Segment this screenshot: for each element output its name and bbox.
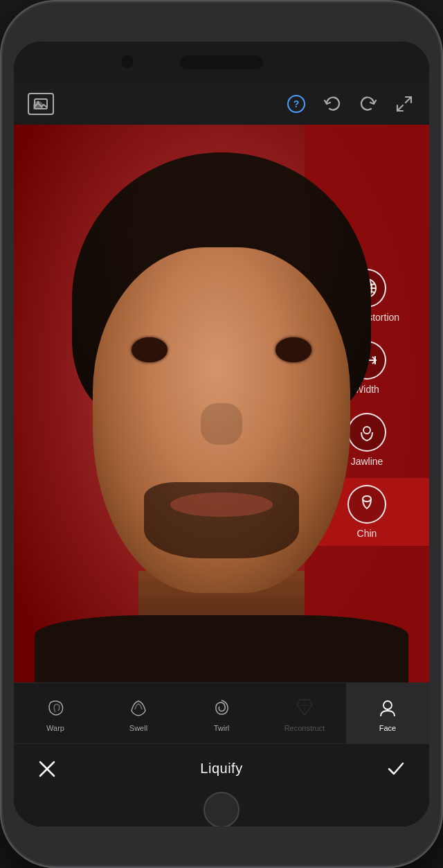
home-button[interactable] (204, 792, 239, 826)
tool-bar: Warp Swell (14, 682, 429, 743)
app-toolbar: ? (14, 83, 429, 125)
svg-point-12 (363, 427, 370, 434)
nose (201, 403, 242, 445)
expand-button[interactable] (393, 93, 415, 115)
twirl-icon (209, 695, 234, 720)
home-bar (14, 793, 429, 826)
action-row: Liquify (14, 743, 429, 793)
content-area: ? (14, 83, 429, 743)
photo-area[interactable]: Face Distortion (14, 125, 429, 682)
svg-line-4 (406, 97, 411, 103)
svg-point-17 (383, 701, 392, 709)
jawline-label: Jawline (351, 456, 383, 467)
undo-button[interactable] (321, 93, 343, 115)
phone-frame: ? (0, 0, 443, 868)
redo-button[interactable] (357, 93, 379, 115)
filter-title: Liquify (200, 761, 242, 777)
face-tool[interactable]: Face (346, 682, 429, 743)
toolbar-left (28, 93, 54, 115)
confirm-button[interactable] (383, 756, 408, 781)
svg-line-5 (397, 105, 403, 111)
reconstruct-tool[interactable]: Reconstruct (263, 682, 346, 743)
action-bar: Liquify (14, 743, 429, 826)
face-skin (93, 247, 350, 593)
phone-screen: ? (14, 42, 429, 826)
face-tool-label: Face (379, 724, 396, 732)
image-library-icon[interactable] (28, 93, 54, 115)
chin-label: Chin (357, 528, 377, 539)
shoulders (35, 615, 408, 682)
toolbar-right: ? (285, 93, 415, 115)
twirl-label: Twirl (214, 724, 230, 732)
cancel-button[interactable] (35, 756, 60, 781)
reconstruct-label: Reconstruct (284, 724, 325, 732)
swell-tool[interactable]: Swell (97, 682, 180, 743)
svg-rect-0 (35, 99, 47, 109)
warp-tool[interactable]: Warp (14, 682, 97, 743)
front-camera (121, 55, 134, 68)
right-eye (275, 337, 311, 362)
swell-icon (126, 695, 151, 720)
face-tool-icon (375, 695, 400, 720)
jawline-icon (347, 413, 386, 452)
left-eye (132, 337, 168, 362)
speaker (180, 55, 263, 69)
svg-text:?: ? (293, 98, 300, 109)
eyes-area (132, 337, 311, 362)
swell-label: Swell (129, 724, 147, 732)
warp-label: Warp (46, 724, 64, 732)
svg-point-1 (37, 101, 39, 103)
top-bar (14, 42, 429, 83)
chin-icon (347, 485, 386, 524)
reconstruct-icon (292, 695, 317, 720)
help-button[interactable]: ? (285, 93, 307, 115)
twirl-tool[interactable]: Twirl (180, 682, 263, 743)
warp-icon (43, 695, 68, 720)
svg-point-13 (363, 496, 371, 502)
